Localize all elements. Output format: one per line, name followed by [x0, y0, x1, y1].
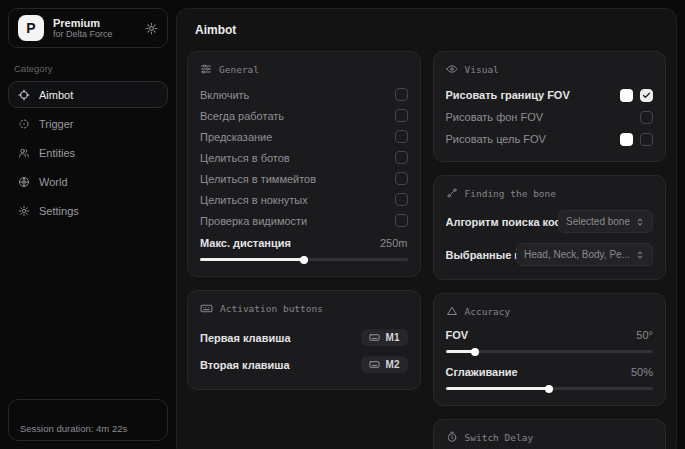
- panel-title: Visual: [465, 64, 499, 75]
- sidebar-item-label: Trigger: [39, 118, 73, 130]
- chevrons-up-down-icon: [635, 217, 645, 227]
- slider-thumb[interactable]: [471, 348, 479, 356]
- toggle-row-draw-fov-background: Рисовать фон FOV: [446, 106, 654, 128]
- fov-group: FOV 50°: [446, 326, 654, 353]
- sidebar-item-entities[interactable]: Entities: [8, 139, 168, 166]
- secondary-keybind-button[interactable]: M2: [361, 356, 408, 373]
- fov-target-color-swatch[interactable]: [620, 133, 633, 146]
- select-label: Выбранные кости: [446, 249, 517, 261]
- timer-icon: [446, 431, 458, 443]
- toggle-row-draw-fov-border: Рисовать границу FOV: [446, 84, 654, 106]
- panel-finding-the-bone: Finding the bone Алгоритм поиска костей …: [433, 175, 667, 280]
- brand-logo: P: [18, 15, 44, 41]
- sidebar-item-label: Aimbot: [39, 89, 73, 101]
- brand-text: Premium for Delta Force: [53, 17, 136, 40]
- slider-value: 50%: [631, 366, 653, 378]
- sidebar-item-world[interactable]: World: [8, 168, 168, 195]
- toggle-row-target-knocked: Целиться в нокнутых: [200, 189, 408, 210]
- toggle-row-always-work: Всегда работать: [200, 105, 408, 126]
- toggle-label: Целиться в ботов: [200, 152, 290, 164]
- max-distance-group: Макс. дистанция 250m: [200, 234, 408, 261]
- category-nav: Aimbot Trigger Entities World Settings: [8, 81, 168, 224]
- draw-fov-border-checkbox[interactable]: [640, 89, 653, 102]
- fov-slider[interactable]: [446, 350, 654, 353]
- triangle-icon: [446, 305, 458, 317]
- brand-title: Premium: [53, 17, 136, 30]
- panel-bones-header: Finding the bone: [446, 187, 654, 199]
- sidebar-item-aimbot[interactable]: Aimbot: [8, 81, 168, 108]
- slider-label: Сглаживание: [446, 366, 518, 378]
- sliders-icon: [200, 63, 212, 75]
- target-bots-checkbox[interactable]: [395, 151, 408, 164]
- toggle-row-prediction: Предсказание: [200, 126, 408, 147]
- sidebar: P Premium for Delta Force Category Aimbo…: [0, 0, 176, 449]
- primary-keybind-button[interactable]: M1: [361, 329, 408, 346]
- entities-icon: [18, 147, 30, 159]
- toggle-label: Предсказание: [200, 131, 272, 143]
- settings-gear-icon: [18, 205, 30, 217]
- always-work-checkbox[interactable]: [395, 109, 408, 122]
- session-duration: Session duration: 4m 22s: [20, 423, 127, 434]
- select-row-bone-algorithm: Алгоритм поиска костей Selected bone: [446, 208, 654, 235]
- panel-title: Switch Delay: [465, 432, 534, 443]
- slider-value: 250m: [380, 237, 408, 249]
- target-teammates-checkbox[interactable]: [395, 172, 408, 185]
- keybind-value: M2: [386, 359, 400, 370]
- brand-card: P Premium for Delta Force: [8, 8, 168, 48]
- slider-thumb[interactable]: [300, 256, 308, 264]
- enable-checkbox[interactable]: [395, 88, 408, 101]
- draw-fov-target-checkbox[interactable]: [640, 133, 653, 146]
- keybind-label: Первая клавиша: [200, 332, 291, 344]
- draw-fov-background-checkbox[interactable]: [640, 111, 653, 124]
- select-label: Алгоритм поиска костей: [446, 216, 559, 228]
- slider-value: 50°: [636, 329, 653, 341]
- select-row-selected-bones: Выбранные кости Head, Neck, Body, Pe...: [446, 241, 654, 268]
- fov-border-color-swatch[interactable]: [620, 89, 633, 102]
- panel-accuracy-header: Accuracy: [446, 305, 654, 317]
- toggle-row-target-bots: Целиться в ботов: [200, 147, 408, 168]
- sidebar-item-label: Entities: [39, 147, 75, 159]
- panel-activation-header: Activation buttons: [200, 302, 408, 315]
- toggle-label: Включить: [200, 89, 249, 101]
- gear-icon[interactable]: [145, 22, 158, 35]
- crosshair-icon: [18, 89, 30, 101]
- slider-thumb[interactable]: [545, 385, 553, 393]
- panel-activation-buttons: Activation buttons Первая клавиша M1 Вто…: [187, 290, 421, 390]
- smoothing-group: Сглаживание 50%: [446, 363, 654, 390]
- panel-visual-header: Visual: [446, 63, 654, 75]
- bone-algorithm-select[interactable]: Selected bone: [558, 210, 653, 233]
- toggle-label: Целиться в тиммейтов: [200, 173, 316, 185]
- toggle-label: Проверка видимости: [200, 215, 307, 227]
- target-knocked-checkbox[interactable]: [395, 193, 408, 206]
- sidebar-item-trigger[interactable]: Trigger: [8, 110, 168, 137]
- keyboard-icon: [369, 332, 380, 343]
- panel-general: General Включить Всегда работать Предска…: [187, 51, 421, 277]
- max-distance-slider[interactable]: [200, 258, 408, 261]
- main-panel: Aimbot General Включить Всегда работать: [176, 8, 677, 449]
- sidebar-item-label: Settings: [39, 205, 79, 217]
- selected-bones-select[interactable]: Head, Neck, Body, Pe...: [516, 243, 653, 266]
- trigger-scope-icon: [18, 118, 30, 130]
- toggle-label: Всегда работать: [200, 110, 284, 122]
- toggle-row-visibility-check: Проверка видимости: [200, 210, 408, 231]
- keybind-row-secondary: Вторая клавиша M2: [200, 351, 408, 378]
- eye-icon: [446, 63, 458, 75]
- prediction-checkbox[interactable]: [395, 130, 408, 143]
- globe-icon: [18, 176, 30, 188]
- visibility-check-checkbox[interactable]: [395, 214, 408, 227]
- panel-general-header: General: [200, 63, 408, 75]
- toggle-label: Рисовать фон FOV: [446, 111, 544, 123]
- slider-label: FOV: [446, 329, 469, 341]
- panel-title: Finding the bone: [465, 188, 557, 199]
- slider-label: Макс. дистанция: [200, 237, 291, 249]
- keyboard-icon: [200, 302, 213, 315]
- panel-title: Activation buttons: [220, 303, 323, 314]
- sidebar-item-settings[interactable]: Settings: [8, 197, 168, 224]
- category-label: Category: [14, 63, 162, 74]
- toggle-row-enable: Включить: [200, 84, 408, 105]
- panel-switch-delay: Switch Delay Задержка переключения Задер…: [433, 419, 667, 449]
- toggle-row-target-teammates: Целиться в тиммейтов: [200, 168, 408, 189]
- smoothing-slider[interactable]: [446, 387, 654, 390]
- sidebar-item-label: World: [39, 176, 68, 188]
- panel-title: General: [219, 64, 259, 75]
